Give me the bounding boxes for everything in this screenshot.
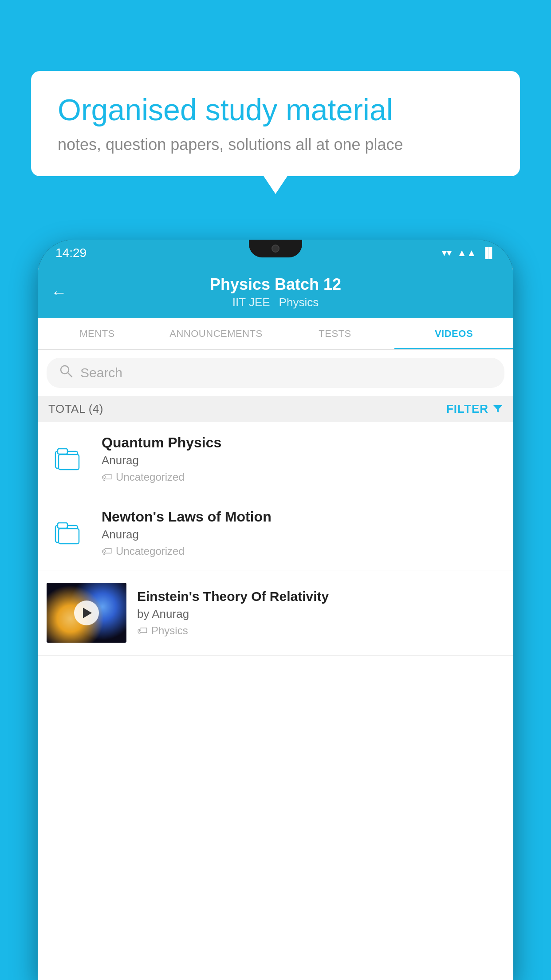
tab-announcements[interactable]: ANNOUNCEMENTS	[157, 318, 276, 349]
phone-frame: 14:29 ▾▾ ▲▲ ▐▌ ← Physics Batch 12 IIT JE…	[38, 240, 513, 980]
search-bar[interactable]: Search	[47, 358, 504, 388]
video-item-tag-newton: 🏷 Uncategorized	[102, 545, 504, 557]
camera-notch	[272, 245, 279, 253]
speech-bubble-headline: Organised study material	[58, 93, 493, 126]
video-item-tag-einstein: 🏷 Physics	[137, 624, 504, 637]
video-item-einstein[interactable]: Einstein's Theory Of Relativity by Anura…	[38, 570, 513, 656]
back-button[interactable]: ←	[51, 283, 67, 302]
folder-icon-quantum	[53, 443, 84, 474]
tag-icon-newton: 🏷	[102, 545, 112, 557]
video-item-info-quantum: Quantum Physics Anurag 🏷 Uncategorized	[102, 435, 504, 483]
subtitle-iitjee: IIT JEE	[232, 296, 270, 309]
video-item-icon-newton	[47, 518, 91, 549]
play-triangle-icon	[83, 608, 92, 618]
video-item-tag-quantum: 🏷 Uncategorized	[102, 471, 504, 483]
svg-rect-6	[58, 523, 67, 528]
tab-ments[interactable]: MENTS	[38, 318, 157, 349]
tab-tests[interactable]: TESTS	[276, 318, 394, 349]
tab-videos[interactable]: VIDEOS	[394, 318, 513, 349]
status-time: 14:29	[55, 246, 87, 260]
signal-icon: ▲▲	[457, 247, 476, 259]
video-item-title-newton: Newton's Laws of Motion	[102, 509, 504, 525]
video-thumbnail-einstein	[47, 583, 126, 643]
status-bar: 14:29 ▾▾ ▲▲ ▐▌	[38, 240, 513, 266]
speech-bubble-section: Organised study material notes, question…	[31, 71, 520, 176]
video-item-author-einstein: by Anurag	[137, 607, 504, 621]
batch-title: Physics Batch 12	[210, 275, 341, 294]
svg-rect-4	[59, 454, 79, 470]
video-item-title-einstein: Einstein's Theory Of Relativity	[137, 589, 504, 605]
filter-label: FILTER	[446, 402, 488, 416]
app-header: ← Physics Batch 12 IIT JEE Physics	[38, 266, 513, 318]
header-title-block: Physics Batch 12 IIT JEE Physics	[210, 275, 341, 309]
video-item-quantum[interactable]: Quantum Physics Anurag 🏷 Uncategorized	[38, 422, 513, 496]
search-icon	[59, 364, 73, 382]
video-item-icon-quantum	[47, 443, 91, 474]
filter-button[interactable]: FILTER	[446, 402, 503, 416]
phone-screen: ← Physics Batch 12 IIT JEE Physics MENTS…	[38, 266, 513, 980]
svg-rect-7	[59, 529, 79, 544]
wifi-icon: ▾▾	[442, 247, 452, 259]
video-item-info-newton: Newton's Laws of Motion Anurag 🏷 Uncateg…	[102, 509, 504, 557]
video-item-author-quantum: Anurag	[102, 454, 504, 467]
filter-funnel-icon	[493, 405, 503, 414]
video-item-title-quantum: Quantum Physics	[102, 435, 504, 451]
speech-bubble-card: Organised study material notes, question…	[31, 71, 520, 176]
search-bar-container: Search	[38, 350, 513, 396]
tag-icon-quantum: 🏷	[102, 471, 112, 483]
filter-bar: TOTAL (4) FILTER	[38, 396, 513, 422]
search-placeholder: Search	[80, 365, 122, 380]
folder-icon-newton	[53, 518, 84, 549]
header-subtitle: IIT JEE Physics	[210, 296, 341, 309]
battery-icon: ▐▌	[482, 247, 496, 259]
total-count: TOTAL (4)	[48, 402, 103, 416]
subtitle-physics: Physics	[279, 296, 319, 309]
video-list: Quantum Physics Anurag 🏷 Uncategorized	[38, 422, 513, 656]
speech-bubble-subtext: notes, question papers, solutions all at…	[58, 135, 493, 154]
status-icons: ▾▾ ▲▲ ▐▌	[442, 247, 496, 259]
play-button-einstein[interactable]	[74, 601, 99, 625]
notch	[249, 240, 302, 257]
tabs-bar: MENTS ANNOUNCEMENTS TESTS VIDEOS	[38, 318, 513, 350]
video-item-author-newton: Anurag	[102, 528, 504, 541]
svg-rect-3	[58, 449, 67, 454]
video-item-newton[interactable]: Newton's Laws of Motion Anurag 🏷 Uncateg…	[38, 496, 513, 570]
svg-line-1	[68, 373, 72, 377]
tag-icon-einstein: 🏷	[137, 624, 148, 637]
video-item-info-einstein: Einstein's Theory Of Relativity by Anura…	[137, 589, 504, 637]
